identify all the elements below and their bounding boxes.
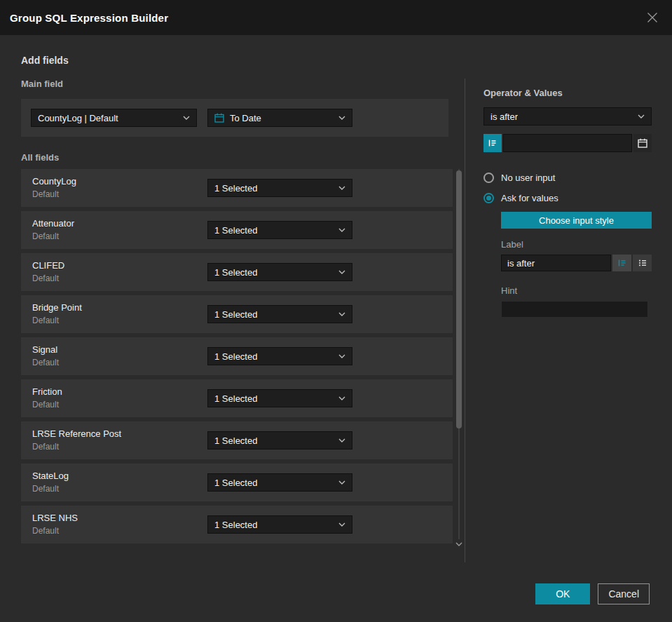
radio-ask-for-values[interactable]: Ask for values bbox=[484, 189, 652, 206]
field-row: CountyLog Default 1 Selected bbox=[21, 169, 453, 207]
scrollbar-thumb[interactable] bbox=[456, 170, 462, 428]
radio-no-user-input[interactable]: No user input bbox=[484, 169, 652, 186]
main-field-panel: CountyLog | Default To Date bbox=[21, 99, 448, 137]
chevron-down-icon bbox=[338, 228, 345, 232]
radio-label: Ask for values bbox=[501, 193, 558, 203]
label-caption: Label bbox=[501, 239, 652, 250]
field-row-text: Attenuator Default bbox=[32, 218, 74, 241]
field-values-select[interactable]: 1 Selected bbox=[207, 305, 352, 323]
select-value: 1 Selected bbox=[214, 183, 257, 194]
field-name: StateLog bbox=[32, 471, 69, 481]
group-sql-expression-builder-dialog: Group SQL Expression Builder Add fields … bbox=[0, 0, 672, 622]
select-value: 1 Selected bbox=[214, 435, 257, 446]
text-lines-icon bbox=[617, 258, 627, 268]
select-value: 1 Selected bbox=[214, 309, 257, 320]
scroll-down-icon[interactable] bbox=[455, 542, 462, 546]
field-values-select[interactable]: 1 Selected bbox=[207, 263, 352, 281]
field-sublabel: Default bbox=[32, 484, 69, 494]
close-icon bbox=[647, 12, 658, 23]
value-row bbox=[484, 134, 652, 152]
field-name: Attenuator bbox=[32, 218, 74, 229]
list-scrollbar[interactable] bbox=[454, 169, 462, 543]
field-row-text: LRSE Reference Post Default bbox=[32, 428, 121, 452]
select-value: 1 Selected bbox=[214, 478, 257, 488]
chevron-down-icon bbox=[338, 354, 345, 358]
dialog-footer: OK Cancel bbox=[535, 583, 650, 604]
select-value: CountyLog | Default bbox=[38, 113, 118, 123]
field-row-text: CountyLog Default bbox=[32, 176, 76, 199]
field-values-select[interactable]: 1 Selected bbox=[207, 347, 352, 365]
field-row: LRSE Reference Post Default 1 Selected bbox=[21, 421, 453, 459]
field-values-select[interactable]: 1 Selected bbox=[207, 431, 352, 449]
field-row: StateLog Default 1 Selected bbox=[21, 464, 453, 501]
close-button[interactable] bbox=[645, 11, 659, 25]
field-name: Bridge Point bbox=[32, 302, 82, 313]
chevron-down-icon bbox=[638, 114, 645, 119]
ok-button[interactable]: OK bbox=[535, 583, 590, 604]
field-sublabel: Default bbox=[32, 316, 82, 325]
list-icon bbox=[638, 258, 647, 268]
user-input-radios: No user input Ask for values bbox=[484, 169, 652, 206]
label-row bbox=[501, 255, 652, 271]
chevron-down-icon bbox=[338, 116, 345, 120]
label-input[interactable] bbox=[501, 255, 611, 271]
fields-column: Main field CountyLog | Default To Date bbox=[21, 79, 462, 562]
field-sublabel: Default bbox=[32, 400, 62, 410]
fields-list-wrap: CountyLog Default 1 Selected Attenuator … bbox=[21, 169, 462, 548]
field-row-text: Bridge Point Default bbox=[32, 302, 82, 325]
style-option-list-button[interactable] bbox=[633, 255, 652, 271]
field-values-select[interactable]: 1 Selected bbox=[207, 221, 352, 239]
field-sublabel: Default bbox=[32, 231, 74, 241]
radio-label: No user input bbox=[501, 173, 555, 183]
chevron-down-icon bbox=[338, 396, 345, 400]
field-row: LRSE NHS Default 1 Selected bbox=[21, 506, 453, 543]
select-value: 1 Selected bbox=[214, 351, 257, 362]
operator-values-heading: Operator & Values bbox=[484, 88, 652, 98]
field-row: Signal Default 1 Selected bbox=[21, 337, 453, 375]
field-values-select[interactable]: 1 Selected bbox=[207, 473, 352, 492]
field-name: CountyLog bbox=[32, 176, 76, 187]
chevron-down-icon bbox=[183, 116, 190, 120]
field-row: Attenuator Default 1 Selected bbox=[21, 211, 453, 249]
field-row-text: LRSE NHS Default bbox=[32, 513, 78, 536]
dialog-columns: Main field CountyLog | Default To Date bbox=[0, 79, 672, 562]
form-lines-icon bbox=[488, 138, 498, 148]
field-values-select[interactable]: 1 Selected bbox=[207, 515, 352, 534]
field-sublabel: Default bbox=[32, 273, 64, 283]
choose-input-style-button[interactable]: Choose input style bbox=[501, 212, 652, 229]
field-row-text: StateLog Default bbox=[32, 471, 69, 494]
add-fields-heading: Add fields bbox=[21, 55, 672, 66]
ask-for-values-group: Choose input style Label Hi bbox=[501, 212, 652, 318]
select-value: 1 Selected bbox=[214, 393, 257, 404]
field-name: LRSE Reference Post bbox=[32, 428, 121, 439]
select-value: 1 Selected bbox=[214, 225, 257, 236]
field-sublabel: Default bbox=[32, 189, 76, 199]
field-name: Friction bbox=[32, 386, 62, 397]
main-field-label: Main field bbox=[21, 79, 462, 89]
field-values-select[interactable]: 1 Selected bbox=[207, 179, 352, 197]
field-name: CLIFED bbox=[32, 260, 64, 271]
input-style-button[interactable] bbox=[484, 134, 502, 152]
chevron-down-icon bbox=[338, 186, 345, 190]
chevron-down-icon bbox=[338, 438, 345, 442]
date-type-select[interactable]: To Date bbox=[207, 109, 352, 127]
dialog-header: Group SQL Expression Builder bbox=[0, 0, 672, 35]
calendar-icon bbox=[214, 113, 224, 123]
date-picker-button[interactable] bbox=[633, 134, 652, 152]
field-name: LRSE NHS bbox=[32, 513, 78, 523]
operator-select[interactable]: is after bbox=[484, 107, 652, 126]
fields-list: CountyLog Default 1 Selected Attenuator … bbox=[21, 169, 453, 548]
chevron-down-icon bbox=[338, 522, 345, 527]
field-row-text: Signal Default bbox=[32, 344, 59, 367]
chevron-down-icon bbox=[338, 480, 345, 485]
main-field-select[interactable]: CountyLog | Default bbox=[31, 109, 197, 127]
select-value: 1 Selected bbox=[214, 267, 257, 278]
field-values-select[interactable]: 1 Selected bbox=[207, 389, 352, 407]
field-row-text: Friction Default bbox=[32, 386, 62, 410]
field-row: Bridge Point Default 1 Selected bbox=[21, 295, 453, 333]
cancel-button[interactable]: Cancel bbox=[598, 583, 650, 604]
style-option-text-button[interactable] bbox=[612, 255, 631, 271]
value-input[interactable] bbox=[503, 134, 632, 152]
radio-icon bbox=[484, 173, 494, 183]
hint-input[interactable] bbox=[501, 301, 648, 318]
